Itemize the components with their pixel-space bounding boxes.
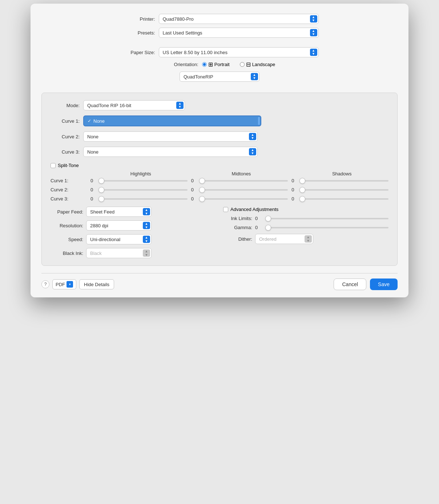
printer-label: Printer: — [121, 16, 155, 22]
tone-curve1-highlights-slider[interactable] — [98, 180, 188, 182]
advanced-adjustments-checkbox[interactable] — [223, 207, 228, 212]
presets-select-wrapper: Last Used Settings ▲▼ — [159, 28, 319, 38]
highlights-header: Highlights — [87, 171, 188, 176]
tone-curve2-midtones-slider[interactable] — [199, 189, 288, 191]
portrait-option[interactable]: ⊞ Portrait — [202, 61, 230, 68]
curve1-selected-option[interactable]: None — [83, 115, 261, 126]
cancel-button[interactable]: Cancel — [334, 279, 366, 290]
tone-curve3-shadows-slider[interactable] — [299, 198, 388, 200]
save-button[interactable]: Save — [370, 279, 398, 290]
help-button[interactable]: ? — [41, 280, 49, 288]
gamma-value: 0 — [255, 225, 262, 230]
advanced-adjustments-option[interactable]: Advanced Adjustments — [223, 207, 278, 212]
tone-curve1-midtones-slider[interactable] — [199, 180, 288, 182]
main-panel: Mode: QuadTone RIP 16-bit ▲▼ Curve 1: No… — [41, 93, 398, 266]
print-dialog: Printer: Quad7880-Pro ▲▼ Presets: Last U… — [31, 4, 408, 297]
tone-curve3-highlights-value: 0 — [90, 196, 96, 202]
curve1-scrollbar — [258, 117, 260, 125]
printer-select-wrapper: Quad7880-Pro ▲▼ — [159, 14, 319, 24]
landscape-label: Landscape — [252, 62, 275, 67]
tone-curve2-highlights-value: 0 — [90, 187, 96, 192]
split-tone-header: Split-Tone — [51, 163, 388, 168]
curve3-row: Curve 3: None ▲▼ — [51, 147, 388, 157]
section-select-wrapper: QuadToneRIP ▲▼ — [180, 72, 259, 82]
tone-curve3-shadows-value: 0 — [291, 196, 297, 202]
curve3-stepper[interactable]: ▲▼ — [249, 148, 256, 155]
resolution-select-wrapper: 2880 dpi ▲▼ — [86, 220, 152, 231]
curve3-select[interactable]: None — [83, 147, 258, 157]
tone-curve1-row: Curve 1: 0 0 0 — [51, 178, 388, 183]
split-tone-section: Split-Tone Highlights Midtones Shadows C… — [51, 163, 388, 202]
presets-select[interactable]: Last Used Settings — [159, 28, 319, 38]
right-settings: Advanced Adjustments Ink Limits: 0 Gamma… — [223, 207, 388, 258]
resolution-label: Resolution: — [51, 223, 83, 228]
paper-size-select-wrapper: US Letter 8.50 by 11.00 inches ▲▼ — [159, 47, 319, 57]
tone-curve1-highlights: 0 — [87, 178, 188, 183]
tone-curve3-midtones-value: 0 — [191, 196, 197, 202]
hide-details-button[interactable]: Hide Details — [79, 279, 114, 289]
paper-size-select[interactable]: US Letter 8.50 by 11.00 inches — [159, 47, 319, 57]
tone-curve3-row: Curve 3: 0 0 0 — [51, 196, 388, 202]
tone-curve2-midtones: 0 — [188, 187, 288, 192]
section-dropdown-row: QuadToneRIP ▲▼ — [180, 72, 259, 82]
curve3-select-wrapper: None ▲▼ — [83, 147, 258, 157]
resolution-select[interactable]: 2880 dpi — [86, 220, 152, 231]
footer-left: ? PDF ▾ Hide Details — [41, 279, 334, 289]
mode-select-wrapper: QuadTone RIP 16-bit ▲▼ — [83, 100, 185, 110]
tone-curve3-midtones-slider[interactable] — [199, 198, 288, 200]
black-ink-label: Black Ink: — [51, 251, 83, 256]
tone-curve1-shadows: 0 — [288, 178, 388, 183]
pdf-button[interactable]: PDF ▾ — [52, 279, 76, 289]
curve1-value: None — [93, 118, 105, 124]
curve2-select-wrapper: None ▲▼ — [83, 131, 258, 142]
gamma-row: Gamma: 0 — [223, 225, 388, 230]
ink-limits-slider[interactable] — [265, 218, 388, 219]
bottom-settings: Paper Feed: Sheet Feed ▲▼ Resolution: — [51, 207, 388, 258]
tone-curve3-highlights-slider[interactable] — [98, 198, 188, 200]
curve1-label: Curve 1: — [51, 118, 80, 124]
tone-curve2-highlights-slider[interactable] — [98, 189, 188, 191]
section-select[interactable]: QuadToneRIP — [180, 72, 259, 82]
tone-curve3-midtones: 0 — [188, 196, 288, 202]
paper-feed-stepper[interactable]: ▲▼ — [143, 208, 150, 215]
paper-feed-select[interactable]: Sheet Feed — [86, 207, 152, 217]
curve2-row: Curve 2: None ▲▼ — [51, 131, 388, 142]
mode-row: Mode: QuadTone RIP 16-bit ▲▼ — [51, 100, 388, 110]
tone-curve2-midtones-value: 0 — [191, 187, 197, 192]
presets-row: Presets: Last Used Settings ▲▼ — [41, 28, 398, 38]
resolution-stepper[interactable]: ▲▼ — [143, 222, 150, 229]
speed-stepper[interactable]: ▲▼ — [143, 236, 150, 243]
curve2-stepper[interactable]: ▲▼ — [249, 133, 256, 140]
presets-stepper[interactable]: ▲▼ — [310, 29, 317, 36]
paper-feed-select-wrapper: Sheet Feed ▲▼ — [86, 207, 152, 217]
gamma-slider[interactable] — [265, 227, 388, 228]
black-ink-row: Black Ink: Black ▲▼ — [51, 248, 216, 258]
tone-curve1-shadows-slider[interactable] — [299, 180, 388, 182]
tone-curve2-shadows-slider[interactable] — [299, 189, 388, 191]
curve2-select[interactable]: None — [83, 131, 258, 142]
tone-curve2-shadows-value: 0 — [291, 187, 297, 192]
mode-stepper[interactable]: ▲▼ — [176, 102, 184, 109]
section-stepper[interactable]: ▲▼ — [251, 73, 258, 80]
printer-stepper[interactable]: ▲▼ — [310, 15, 317, 23]
paper-size-row: Paper Size: US Letter 8.50 by 11.00 inch… — [41, 47, 398, 57]
landscape-option[interactable]: ⊟ Landscape — [240, 61, 275, 68]
split-tone-checkbox[interactable] — [51, 163, 56, 168]
advanced-adjustments-label: Advanced Adjustments — [230, 207, 278, 212]
curve1-dropdown-container: None — [83, 115, 261, 126]
pdf-label: PDF — [56, 282, 65, 287]
orientation-options: ⊞ Portrait ⊟ Landscape — [202, 61, 275, 68]
printer-select[interactable]: Quad7880-Pro — [159, 14, 319, 24]
curve3-label: Curve 3: — [51, 149, 80, 155]
landscape-radio[interactable] — [240, 62, 245, 67]
tone-curve2-label: Curve 2: — [51, 187, 87, 192]
paper-size-stepper[interactable]: ▲▼ — [310, 49, 317, 56]
footer-right: Cancel Save — [334, 279, 398, 290]
portrait-radio[interactable] — [202, 62, 207, 67]
mode-select[interactable]: QuadTone RIP 16-bit — [83, 100, 185, 110]
orientation-label: Orientation: — [164, 62, 198, 67]
tone-curve3-label: Curve 3: — [51, 196, 87, 202]
speed-select[interactable]: Uni-directional — [86, 234, 152, 244]
tone-curve2-row: Curve 2: 0 0 0 — [51, 187, 388, 192]
black-ink-select[interactable]: Black — [86, 248, 152, 258]
